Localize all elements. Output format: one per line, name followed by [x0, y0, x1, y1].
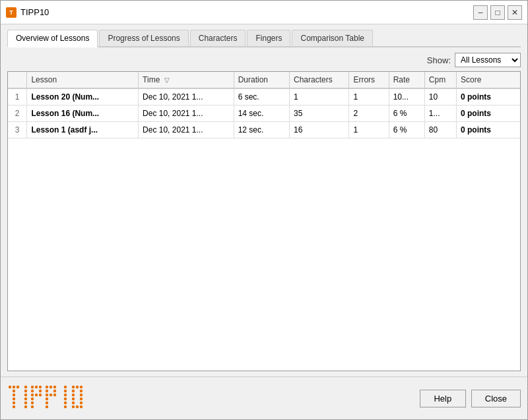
sort-icon: ▽ [164, 76, 170, 84]
svg-point-31 [50, 394, 52, 396]
table-row[interactable]: 1 Lesson 20 (Num... Dec 10, 2021 1... 6 … [8, 88, 520, 105]
svg-point-30 [46, 394, 48, 396]
svg-point-55 [80, 405, 82, 408]
svg-point-38 [64, 394, 67, 396]
svg-point-10 [24, 394, 27, 396]
table-row[interactable]: 2 Lesson 16 (Num... Dec 10, 2021 1... 14… [8, 105, 520, 122]
cell-lesson: Lesson 1 (asdf j... [27, 122, 139, 138]
svg-point-26 [50, 386, 52, 388]
tab-bar: Overview of Lessons Progress of Lessons … [7, 30, 521, 47]
svg-point-45 [72, 390, 75, 392]
svg-point-20 [35, 394, 38, 396]
main-window: T TIPP10 – □ ✕ Overview of Lessons Progr… [0, 0, 528, 420]
col-duration[interactable]: Duration [234, 72, 289, 88]
col-lesson[interactable]: Lesson [27, 72, 139, 88]
tab-characters[interactable]: Characters [190, 30, 246, 46]
minimize-button[interactable]: – [473, 5, 488, 20]
svg-point-43 [76, 386, 79, 388]
col-time[interactable]: Time ▽ [139, 72, 234, 88]
cell-duration: 14 sec. [234, 105, 289, 122]
cell-score: 0 points [457, 105, 520, 122]
table-body: 1 Lesson 20 (Num... Dec 10, 2021 1... 6 … [8, 88, 520, 138]
cell-time: Dec 10, 2021 1... [139, 88, 234, 105]
svg-point-2 [16, 386, 19, 388]
svg-point-14 [31, 386, 34, 388]
col-num [8, 72, 27, 88]
svg-point-32 [53, 394, 56, 396]
show-select[interactable]: All Lessons Last 10 Last 20 [455, 53, 521, 67]
svg-point-48 [80, 394, 82, 396]
cell-num: 1 [8, 88, 27, 105]
svg-point-9 [24, 390, 27, 392]
svg-point-16 [39, 386, 42, 388]
lessons-table-container: Lesson Time ▽ Duration Characters [7, 71, 521, 371]
col-characters[interactable]: Characters [290, 72, 349, 88]
svg-point-1 [13, 386, 15, 388]
svg-point-27 [53, 386, 56, 388]
svg-point-40 [64, 402, 67, 404]
cell-characters: 35 [290, 105, 349, 122]
cell-duration: 12 sec. [234, 122, 289, 138]
show-row: Show: All Lessons Last 10 Last 20 [7, 53, 521, 67]
cell-num: 3 [8, 122, 27, 138]
cell-cpm: 80 [424, 122, 456, 138]
col-rate[interactable]: Rate [389, 72, 424, 88]
cell-score: 0 points [457, 88, 520, 105]
logo-area [7, 384, 126, 412]
cell-lesson: Lesson 20 (Num... [27, 88, 139, 105]
svg-point-49 [72, 398, 75, 400]
show-label: Show: [427, 55, 451, 65]
svg-point-11 [24, 398, 27, 400]
tab-overview[interactable]: Overview of Lessons [7, 30, 98, 47]
window-controls: – □ ✕ [473, 5, 522, 20]
svg-point-23 [31, 402, 34, 404]
svg-point-7 [13, 405, 15, 408]
tipp10-logo [7, 384, 126, 412]
svg-point-25 [46, 386, 48, 388]
svg-point-34 [46, 402, 48, 404]
svg-point-47 [72, 394, 75, 396]
svg-point-41 [64, 405, 67, 408]
svg-point-3 [13, 390, 15, 392]
table-row[interactable]: 3 Lesson 1 (asdf j... Dec 10, 2021 1... … [8, 122, 520, 138]
svg-point-29 [53, 390, 56, 392]
cell-rate: 6 % [389, 105, 424, 122]
help-button[interactable]: Help [420, 390, 466, 407]
tab-fingers[interactable]: Fingers [247, 30, 290, 46]
col-errors[interactable]: Errors [349, 72, 389, 88]
cell-num: 2 [8, 105, 27, 122]
svg-point-33 [46, 398, 48, 400]
svg-point-39 [64, 398, 67, 400]
cell-errors: 1 [349, 88, 389, 105]
cell-duration: 6 sec. [234, 88, 289, 105]
svg-point-15 [35, 386, 38, 388]
svg-point-22 [31, 398, 34, 400]
col-score[interactable]: Score [457, 72, 520, 88]
svg-point-17 [31, 390, 34, 392]
cell-errors: 2 [349, 105, 389, 122]
svg-point-42 [72, 386, 75, 388]
svg-point-24 [31, 405, 34, 408]
cell-score: 0 points [457, 122, 520, 138]
cell-rate: 10... [389, 88, 424, 105]
cell-characters: 1 [290, 88, 349, 105]
svg-point-0 [9, 386, 11, 388]
tab-comparison[interactable]: Comparison Table [292, 30, 373, 46]
svg-point-52 [80, 402, 82, 404]
cell-rate: 6 % [389, 122, 424, 138]
svg-point-4 [13, 394, 15, 396]
svg-point-35 [46, 405, 48, 408]
svg-point-46 [80, 390, 82, 392]
close-button[interactable]: Close [471, 390, 521, 407]
window-title: TIPP10 [20, 7, 473, 17]
close-window-button[interactable]: ✕ [508, 5, 522, 20]
svg-point-51 [72, 402, 75, 404]
maximize-button[interactable]: □ [490, 5, 505, 20]
col-cpm[interactable]: Cpm [424, 72, 456, 88]
svg-point-19 [31, 394, 34, 396]
svg-point-6 [13, 402, 15, 404]
cell-time: Dec 10, 2021 1... [139, 105, 234, 122]
svg-point-44 [80, 386, 82, 388]
tab-progress[interactable]: Progress of Lessons [99, 30, 188, 46]
svg-point-50 [80, 398, 82, 400]
